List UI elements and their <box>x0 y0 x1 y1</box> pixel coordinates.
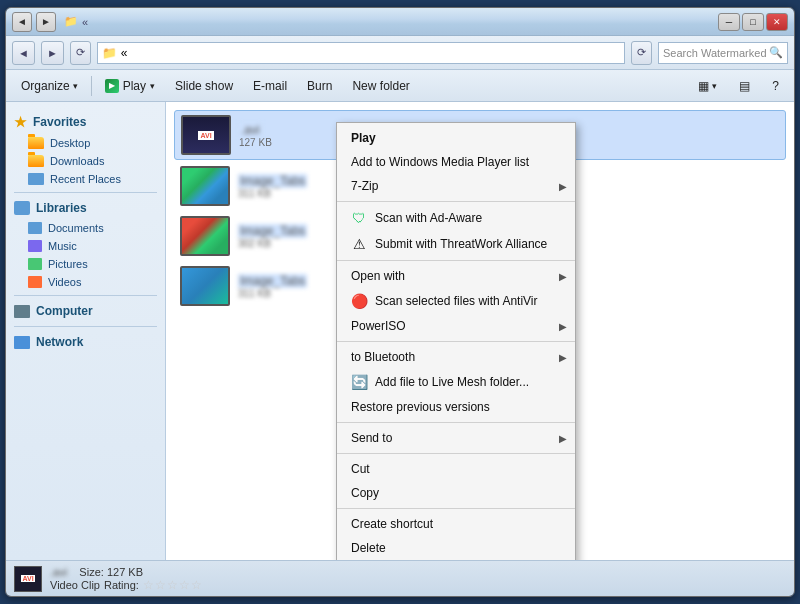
favorites-header[interactable]: ★ Favorites <box>6 110 165 134</box>
minimize-button[interactable]: ─ <box>718 13 740 31</box>
burn-button[interactable]: Burn <box>298 74 341 98</box>
toolbar-right: ▦ ▤ ? <box>689 74 788 98</box>
sidebar-item-recent[interactable]: Recent Places <box>6 170 165 188</box>
libraries-header[interactable]: Libraries <box>6 197 165 219</box>
star-4: ☆ <box>179 578 190 592</box>
ctx-create-shortcut[interactable]: Create shortcut <box>337 512 575 536</box>
computer-section: Computer <box>6 300 165 322</box>
file-thumb-1 <box>180 166 230 206</box>
star-5: ☆ <box>191 578 202 592</box>
star-3: ☆ <box>167 578 178 592</box>
ctx-bluetooth[interactable]: to Bluetooth ▶ <box>337 345 575 369</box>
ctx-scan-adaware[interactable]: 🛡 Scan with Ad-Aware <box>337 205 575 231</box>
music-icon <box>28 240 42 252</box>
selected-file-name: .avi <box>239 123 262 137</box>
title-bar-left: ◄ ► 📁 « <box>12 12 88 32</box>
status-info: .avi Size: 127 KB Video Clip Rating: ☆ ☆… <box>50 566 202 592</box>
antivir-icon: 🔴 <box>351 293 367 309</box>
address-input-container: 📁 <box>97 42 625 64</box>
libraries-section: Libraries Documents Music Pictures Video… <box>6 197 165 291</box>
ctx-play[interactable]: Play <box>337 126 575 150</box>
thumb-img-1 <box>182 168 228 204</box>
videos-icon <box>28 276 42 288</box>
sidebar-item-videos[interactable]: Videos <box>6 273 165 291</box>
sidebar-divider-2 <box>14 295 157 296</box>
file-name-2: Image_Tabs <box>238 224 307 238</box>
email-button[interactable]: E-mail <box>244 74 296 98</box>
sidebar-item-documents[interactable]: Documents <box>6 219 165 237</box>
file-thumb-2 <box>180 216 230 256</box>
sidebar-item-pictures[interactable]: Pictures <box>6 255 165 273</box>
network-header[interactable]: Network <box>6 331 165 353</box>
computer-header[interactable]: Computer <box>6 300 165 322</box>
status-bar: AVI .avi Size: 127 KB Video Clip Rating:… <box>6 560 794 596</box>
play-icon: ▶ <box>105 79 119 93</box>
nav-refresh-btn[interactable]: ⟳ <box>70 41 91 65</box>
ctx-send-to[interactable]: Send to ▶ <box>337 426 575 450</box>
address-input[interactable] <box>121 46 620 60</box>
title-folder-icon: 📁 <box>64 15 78 28</box>
organize-button[interactable]: Organize <box>12 74 87 98</box>
arrow-icon-poweriso: ▶ <box>559 321 567 332</box>
ctx-sep-5 <box>337 453 575 454</box>
ctx-antivir[interactable]: 🔴 Scan selected files with AntiVir <box>337 288 575 314</box>
file-thumb-avi: AVI <box>181 115 231 155</box>
threatwork-icon: ⚠ <box>351 236 367 252</box>
ctx-sep-6 <box>337 508 575 509</box>
new-folder-button[interactable]: New folder <box>343 74 418 98</box>
search-box: Search Watermarked 🔍 <box>658 42 788 64</box>
context-menu: Play Add to Windows Media Player list 7-… <box>336 122 576 560</box>
ctx-cut[interactable]: Cut <box>337 457 575 481</box>
folder-icon-address: 📁 <box>102 46 117 60</box>
arrow-icon-7zip: ▶ <box>559 181 567 192</box>
nav-back-btn[interactable]: ◄ <box>12 41 35 65</box>
status-file-name: .avi Size: 127 KB <box>50 566 202 578</box>
star-2: ☆ <box>155 578 166 592</box>
ctx-live-mesh[interactable]: 🔄 Add file to Live Mesh folder... <box>337 369 575 395</box>
network-icon <box>14 336 30 349</box>
forward-button[interactable]: ► <box>36 12 56 32</box>
play-button[interactable]: ▶ Play <box>96 74 164 98</box>
ctx-sep-3 <box>337 341 575 342</box>
slideshow-button[interactable]: Slide show <box>166 74 242 98</box>
pictures-icon <box>28 258 42 270</box>
star-1: ☆ <box>143 578 154 592</box>
status-file-type-row: Video Clip Rating: ☆ ☆ ☆ ☆ ☆ <box>50 578 202 592</box>
sidebar-divider-3 <box>14 326 157 327</box>
ctx-add-wmp[interactable]: Add to Windows Media Player list <box>337 150 575 174</box>
status-thumb: AVI <box>14 566 42 592</box>
ctx-7zip[interactable]: 7-Zip ▶ <box>337 174 575 198</box>
libraries-icon <box>14 201 30 215</box>
ctx-copy[interactable]: Copy <box>337 481 575 505</box>
nav-go-btn[interactable]: ⟳ <box>631 41 652 65</box>
thumb-img-2 <box>182 218 228 254</box>
ctx-delete[interactable]: Delete <box>337 536 575 560</box>
ctx-poweriso[interactable]: PowerISO ▶ <box>337 314 575 338</box>
sidebar: ★ Favorites Desktop Downloads Recent Pla… <box>6 102 166 560</box>
title-bar: ◄ ► 📁 « ─ □ ✕ <box>6 8 794 36</box>
sidebar-item-desktop[interactable]: Desktop <box>6 134 165 152</box>
views-button[interactable]: ▦ <box>689 74 726 98</box>
status-avi-label: AVI <box>21 575 34 582</box>
arrow-icon-openwith: ▶ <box>559 271 567 282</box>
thumb-img-3 <box>182 268 228 304</box>
avi-thumb-bg: AVI <box>183 117 229 153</box>
ctx-restore[interactable]: Restore previous versions <box>337 395 575 419</box>
ctx-threatwork[interactable]: ⚠ Submit with ThreatWork Alliance <box>337 231 575 257</box>
arrow-icon-sendto: ▶ <box>559 433 567 444</box>
sidebar-item-downloads[interactable]: Downloads <box>6 152 165 170</box>
maximize-button[interactable]: □ <box>742 13 764 31</box>
star-icon: ★ <box>14 114 27 130</box>
close-button[interactable]: ✕ <box>766 13 788 31</box>
network-section: Network <box>6 331 165 353</box>
toolbar-divider-1 <box>91 76 92 96</box>
back-button[interactable]: ◄ <box>12 12 32 32</box>
search-placeholder-text: Search Watermarked <box>663 47 767 59</box>
preview-button[interactable]: ▤ <box>730 74 759 98</box>
ctx-open-with[interactable]: Open with ▶ <box>337 264 575 288</box>
ctx-sep-2 <box>337 260 575 261</box>
nav-forward-btn[interactable]: ► <box>41 41 64 65</box>
search-icon[interactable]: 🔍 <box>769 46 783 59</box>
help-button[interactable]: ? <box>763 74 788 98</box>
sidebar-item-music[interactable]: Music <box>6 237 165 255</box>
